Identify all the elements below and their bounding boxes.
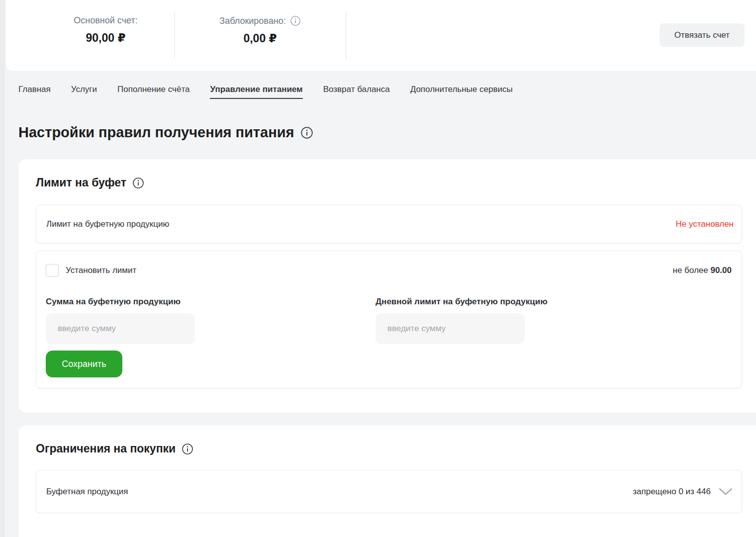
sum-field-group: Сумма на буфетную продукцию <box>46 297 376 344</box>
tab-vozvrat-balansa[interactable]: Возврат баланса <box>323 85 390 99</box>
save-button[interactable]: Сохранить <box>46 351 122 377</box>
purchase-restrictions-card: Ограничения на покупки Буфетная продукци… <box>18 425 756 537</box>
info-icon[interactable] <box>132 177 144 189</box>
max-limit-value: 90.00 <box>710 266 732 275</box>
buffet-limit-status-row: Лимит на буфетную продукцию Не установле… <box>36 205 742 244</box>
daily-limit-amount-input[interactable] <box>376 313 525 344</box>
buffet-products-label: Буфетная продукция <box>46 487 128 497</box>
tab-glavnaya[interactable]: Главная <box>18 85 51 99</box>
page-title-row: Настройки правил получения питания <box>18 124 313 141</box>
purchase-restrictions-heading-row: Ограничения на покупки <box>36 442 742 455</box>
buffet-limit-status-value: Не установлен <box>675 219 734 229</box>
blocked-account-block: Заблокировано: 0,00 ₽ <box>175 0 346 71</box>
main-account-value: 90,00 ₽ <box>86 31 126 45</box>
buffet-products-expander[interactable]: запрещено 0 из 446 <box>633 487 733 497</box>
page: Основной счет: 90,00 ₽ Заблокировано: 0,… <box>0 0 756 537</box>
buffet-products-row[interactable]: Буфетная продукция запрещено 0 из 446 <box>36 470 742 513</box>
daily-limit-field-label: Дневной лимит на буфетную продукцию <box>376 297 548 307</box>
max-limit-note: не более 90.00 <box>673 266 732 275</box>
chevron-down-icon <box>719 488 733 496</box>
blocked-account-value: 0,00 ₽ <box>243 32 277 45</box>
buffet-limit-title: Лимит на буфет <box>36 176 126 189</box>
section-tabs: Главная Услуги Пополнение счёта Управлен… <box>18 85 513 99</box>
buffet-limit-card: Лимит на буфет Лимит на буфетную продукц… <box>18 159 756 413</box>
info-icon[interactable] <box>300 126 313 139</box>
divider <box>346 12 346 59</box>
page-edge-strip <box>0 0 5 537</box>
limit-fields: Сумма на буфетную продукцию Дневной лими… <box>46 297 732 344</box>
info-icon[interactable] <box>182 443 193 455</box>
sum-amount-input[interactable] <box>46 313 195 344</box>
buffet-limit-heading-row: Лимит на буфет <box>36 176 742 189</box>
main-account-block: Основной счет: 90,00 ₽ <box>37 0 174 71</box>
account-header: Основной счет: 90,00 ₽ Заблокировано: 0,… <box>6 0 756 71</box>
blocked-account-label-row: Заблокировано: <box>219 15 300 26</box>
main-account-label: Основной счет: <box>74 15 137 26</box>
set-limit-checkbox[interactable] <box>46 264 59 277</box>
buffet-limit-form: Установить лимит не более 90.00 Сумма на… <box>36 251 742 388</box>
unlink-account-button[interactable]: Отвязать счет <box>660 23 745 47</box>
account-summary: Основной счет: 90,00 ₽ Заблокировано: 0,… <box>6 0 756 71</box>
forbidden-count: запрещено 0 из 446 <box>633 487 711 497</box>
page-title: Настройки правил получения питания <box>18 124 294 141</box>
set-limit-row: Установить лимит не более 90.00 <box>46 264 732 277</box>
max-limit-prefix: не более <box>673 266 711 275</box>
tab-uslugi[interactable]: Услуги <box>71 85 97 99</box>
set-limit-label[interactable]: Установить лимит <box>66 266 136 275</box>
tab-upravlenie-pitaniem[interactable]: Управление питанием <box>210 85 302 99</box>
blocked-account-label: Заблокировано: <box>219 16 285 26</box>
info-icon[interactable] <box>290 15 301 26</box>
daily-limit-field-group: Дневной лимит на буфетную продукцию <box>376 297 548 344</box>
purchase-restrictions-title: Ограничения на покупки <box>36 442 176 455</box>
buffet-limit-status-label: Лимит на буфетную продукцию <box>46 219 169 229</box>
tab-popolnenie-scheta[interactable]: Пополнение счёта <box>117 85 189 99</box>
tab-dopolnitelnye-servisy[interactable]: Дополнительные сервисы <box>410 85 513 99</box>
sum-field-label: Сумма на буфетную продукцию <box>46 297 376 307</box>
